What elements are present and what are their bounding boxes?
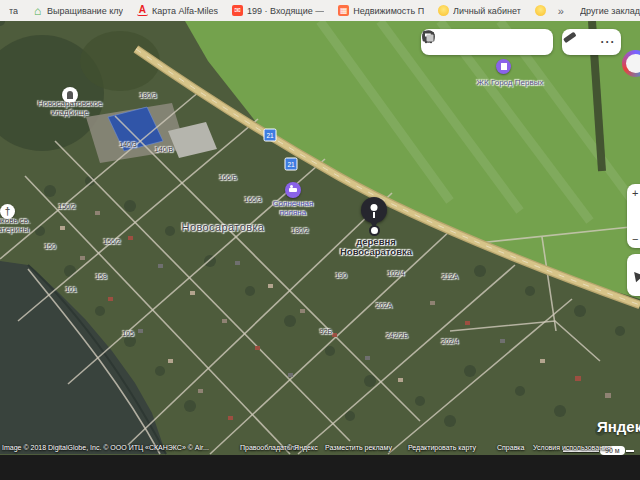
- yandex-copyright-link[interactable]: © Яндекс: [287, 444, 318, 451]
- zoom-in-button[interactable]: +: [632, 187, 638, 199]
- bed-glyph: [289, 188, 297, 192]
- mail-icon: ✉: [232, 5, 243, 16]
- bookmark-item[interactable]: ▦Недвижимость П: [338, 5, 424, 16]
- bookmark-item[interactable]: [535, 5, 546, 16]
- bulb-icon: [535, 5, 546, 16]
- bookmark-item[interactable]: ⌂Выращивание клу: [32, 5, 123, 16]
- cross-glyph: †: [5, 206, 11, 217]
- church-poi-icon[interactable]: †: [0, 204, 15, 219]
- desktop-screen: та ⌂Выращивание клу АКарта Alfa-Miles ✉1…: [0, 0, 640, 480]
- other-bookmarks-label: Другие закладки: [580, 6, 640, 16]
- satellite-imagery[interactable]: [0, 21, 640, 455]
- place-ad-link[interactable]: Разместить рекламу: [325, 444, 392, 451]
- bookmarks-overflow-chevron[interactable]: »: [558, 5, 564, 17]
- my-location-control[interactable]: [627, 254, 640, 296]
- bookmark-label: та: [9, 6, 18, 16]
- photos-icon[interactable]: [476, 31, 498, 53]
- bookmark-label: Личный кабинет: [453, 6, 521, 16]
- alfa-bank-icon: А: [137, 5, 148, 16]
- bookmark-item[interactable]: АКарта Alfa-Miles: [137, 5, 218, 16]
- search-result-pin[interactable]: [361, 197, 387, 223]
- pin-anchor-dot: [369, 225, 380, 236]
- hotel-poi-icon[interactable]: [285, 182, 301, 198]
- bookmark-item-clipped[interactable]: та: [7, 6, 18, 16]
- bookmark-label: Недвижимость П: [353, 6, 424, 16]
- avatar: [626, 54, 640, 73]
- ruler-icon[interactable]: [568, 31, 590, 53]
- map-viewport: ··· + − Новосаратовскоекладбище Солнечна…: [0, 21, 640, 455]
- route-sign: 21: [264, 129, 277, 142]
- imagery-attribution: Image © 2018 DigitalGlobe, Inc. © ООО ИТ…: [2, 444, 209, 451]
- home-icon: ⌂: [32, 5, 43, 16]
- bookmark-label: Выращивание клу: [47, 6, 123, 16]
- taskbar: Y Y ☁ 1°C ◄) Y B РУС 13:33 22.02.2022: [0, 455, 640, 480]
- bookmark-item[interactable]: Личный кабинет: [438, 5, 521, 16]
- residential-poi-icon[interactable]: [496, 59, 511, 74]
- help-link[interactable]: Справка: [497, 444, 524, 451]
- route-sign: 21: [285, 158, 298, 171]
- tiles-icon[interactable]: [529, 31, 551, 53]
- bookmarks-bar: та ⌂Выращивание клу АКарта Alfa-Miles ✉1…: [0, 0, 640, 22]
- edit-map-link[interactable]: Редактировать карту: [408, 444, 476, 451]
- transport-icon[interactable]: [502, 31, 524, 53]
- other-bookmarks-button[interactable]: Другие закладки: [576, 6, 640, 16]
- tombstone-glyph: [67, 91, 73, 99]
- terms-link[interactable]: Условия использования: [533, 444, 611, 451]
- bulb-icon: [438, 5, 449, 16]
- location-arrow-icon: [630, 268, 640, 281]
- zoom-out-button[interactable]: −: [632, 233, 638, 245]
- bookmark-label: 199 · Входящие —: [247, 6, 324, 16]
- more-tools-icon[interactable]: ···: [601, 35, 616, 49]
- realty-icon: ▦: [338, 5, 349, 16]
- map-toolbar: [421, 29, 553, 55]
- zoom-control[interactable]: + −: [627, 184, 640, 248]
- scale-line: [626, 450, 634, 452]
- bookmark-label: Карта Alfa-Miles: [152, 6, 218, 16]
- map-tools-secondary: ···: [562, 29, 621, 55]
- cemetery-poi-icon[interactable]: [62, 87, 78, 103]
- bookmark-item[interactable]: ✉199 · Входящие —: [232, 5, 324, 16]
- building-glyph: [501, 63, 507, 70]
- panoramas-icon[interactable]: [450, 31, 472, 53]
- yandex-watermark[interactable]: Яндекс: [597, 418, 640, 435]
